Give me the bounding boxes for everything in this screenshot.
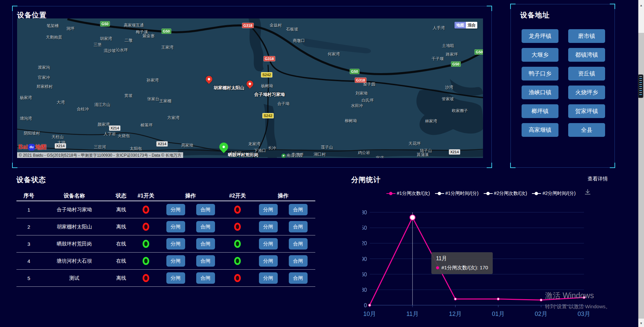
view-details-link[interactable]: 查看详情 — [588, 176, 608, 182]
svg-text:10月: 10月 — [363, 311, 376, 317]
corner-decoration — [510, 163, 516, 168]
address-button[interactable]: 磨市镇 — [568, 29, 605, 43]
scroll-indicator-widget[interactable] — [638, 74, 643, 98]
address-button[interactable]: 龙舟坪镇 — [522, 29, 558, 43]
legend-item[interactable]: #1分闸次数/(次) — [386, 190, 430, 197]
open-switch-button[interactable]: 分闸 — [259, 255, 278, 267]
map-place-label: ♣南山公园 — [281, 153, 303, 158]
address-button[interactable]: 鸭子口乡 — [522, 67, 558, 80]
open-switch-button[interactable]: 分闸 — [259, 238, 278, 250]
open-switch-button[interactable]: 分闸 — [166, 272, 185, 284]
address-button[interactable]: 资丘镇 — [568, 67, 605, 80]
scrollbar-up-arrow[interactable]: ▲ — [638, 3, 644, 8]
close-switch-button[interactable]: 合闸 — [196, 272, 215, 284]
address-button[interactable]: 高家堰镇 — [522, 123, 558, 137]
open-switch-button[interactable]: 分闸 — [166, 204, 185, 215]
road-badge: S242 — [261, 72, 272, 77]
open-switch-button[interactable]: 分闸 — [259, 221, 278, 232]
close-switch-button[interactable]: 合闸 — [196, 255, 215, 267]
map-place-label: 大湾 — [57, 100, 65, 105]
row-index: 4 — [16, 258, 41, 264]
road-badge: X214 — [55, 143, 66, 149]
page-scrollbar[interactable]: ▲ ▼ — [638, 0, 644, 327]
close-switch-button[interactable]: 合闸 — [289, 221, 308, 232]
close-switch-button[interactable]: 合闸 — [196, 238, 215, 250]
device-marker-label: 胡家棚村太阳山 — [214, 85, 244, 91]
switch2-indicator — [234, 257, 241, 265]
switch1-indicator — [143, 223, 149, 231]
close-switch-button[interactable]: 合闸 — [289, 238, 308, 250]
map-place-label: 官庄 — [376, 155, 384, 158]
chart-tooltip: 11月 #1分闸次数/(次): 170 — [431, 252, 493, 274]
corner-decoration — [12, 163, 17, 168]
map-place-label: 千子堰 — [432, 56, 444, 62]
map-place-label: 天花坪 — [409, 141, 421, 147]
column-header: 状态 — [107, 193, 135, 200]
map-type-map-button[interactable]: 地图 — [454, 22, 466, 29]
map-place-label: 塘沟湾 — [20, 116, 32, 121]
corner-decoration — [12, 6, 17, 11]
column-header: 序号 — [16, 193, 41, 200]
address-button[interactable]: 渔峡口镇 — [522, 86, 558, 99]
device-name: 合子坳村习家坳 — [41, 207, 107, 213]
switch2-operations: 分闸合闸 — [251, 204, 315, 215]
map-place-label: 天柱山 — [52, 134, 64, 140]
device-status: 离线 — [107, 275, 135, 281]
map-place-label: 龙家湾 — [248, 141, 260, 147]
close-switch-button[interactable]: 合闸 — [289, 255, 308, 267]
open-switch-button[interactable]: 分闸 — [259, 272, 278, 284]
road-badge: G50 — [350, 69, 360, 74]
map-place-label: 孙家湾 — [147, 77, 159, 83]
switch2-indicator — [234, 223, 241, 231]
address-button[interactable]: 全县 — [568, 123, 605, 137]
road-badge: G50 — [100, 21, 110, 26]
open-switch-button[interactable]: 分闸 — [166, 255, 185, 267]
column-header: 设备名称 — [41, 193, 107, 200]
scrollbar-down-arrow[interactable]: ▼ — [638, 321, 644, 326]
download-icon[interactable] — [584, 188, 592, 197]
device-address-title: 设备地址 — [520, 10, 550, 20]
switch1-operations: 分闸合闸 — [157, 238, 224, 250]
baidu-map-text: 地图 — [35, 143, 47, 151]
open-switch-button[interactable]: 分闸 — [259, 204, 278, 215]
svg-text:11月: 11月 — [406, 311, 419, 317]
device-status-section: 设备状态 序号设备名称状态#1开关操作#2开关操作 1合子坳村习家坳离线分闸合闸… — [16, 175, 315, 287]
corner-decoration — [510, 4, 516, 9]
legend-dot — [438, 192, 441, 195]
switch1-indicator — [143, 274, 149, 282]
baidu-map[interactable]: 笔架槽洞坪天鹅抱蛋胡家湾三堡流沙坡沁水坪高家堰互通梅子溪紫金寨二墩王家湾金益村石… — [17, 18, 483, 158]
close-switch-button[interactable]: 合闸 — [196, 221, 215, 232]
switch2-operations: 分闸合闸 — [251, 255, 315, 267]
switch1-operations: 分闸合闸 — [157, 204, 224, 215]
map-place-label: 人手湾 — [433, 25, 445, 31]
device-status-title: 设备状态 — [16, 175, 315, 184]
address-button[interactable]: 都镇湾镇 — [568, 48, 605, 62]
svg-text:60: 60 — [362, 272, 367, 277]
road-badge: X214 — [109, 125, 120, 131]
column-header: 操作 — [157, 193, 224, 200]
open-switch-button[interactable]: 分闸 — [166, 238, 185, 250]
address-button[interactable]: 榔坪镇 — [522, 104, 558, 118]
row-index: 2 — [16, 224, 41, 230]
open-switch-button[interactable]: 分闸 — [166, 221, 185, 232]
address-button[interactable]: 贺家坪镇 — [568, 104, 605, 118]
switch2-operations: 分闸合闸 — [251, 221, 315, 232]
svg-text:30: 30 — [362, 287, 367, 293]
map-place-label: 杨树坳 — [261, 83, 273, 89]
legend-item[interactable]: #2分闸次数/(次) — [484, 190, 527, 197]
close-switch-button[interactable]: 合闸 — [289, 272, 308, 284]
legend-item[interactable]: #1分闸时间/(分) — [435, 190, 479, 197]
column-header: 操作 — [251, 193, 315, 200]
close-switch-button[interactable]: 合闸 — [289, 204, 308, 215]
tooltip-series-dot — [436, 266, 439, 269]
park-icon: ♣ — [281, 154, 286, 158]
address-button[interactable]: 大堰乡 — [522, 48, 558, 62]
legend-item[interactable]: #2分闸时间/(分) — [532, 190, 576, 197]
map-place-label: 太阳包 — [130, 146, 142, 152]
table-row: 1合子坳村习家坳离线分闸合闸分闸合闸 — [16, 201, 315, 218]
close-switch-button[interactable]: 合闸 — [196, 204, 215, 215]
address-button[interactable]: 火烧坪乡 — [568, 86, 605, 99]
map-type-hybrid-button[interactable]: 混合 — [466, 22, 477, 29]
device-name: 晒鼓坪村荒田岗 — [41, 241, 107, 247]
road-badge: G318 — [355, 77, 367, 83]
